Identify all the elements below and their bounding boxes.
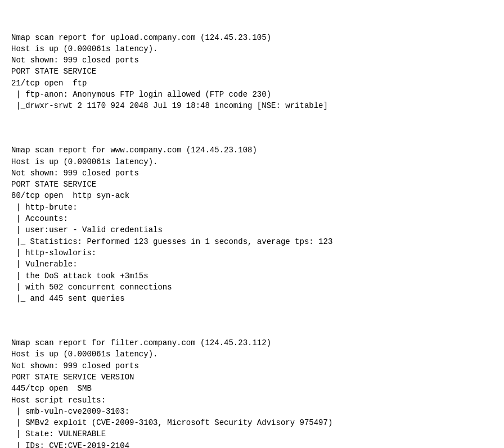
scan-section-filter: Nmap scan report for filter.company.com … — [11, 337, 493, 448]
terminal-output: Nmap scan report for upload.company.com … — [11, 9, 493, 448]
scan-section-upload: Nmap scan report for upload.company.com … — [11, 32, 493, 112]
scan-section-www: Nmap scan report for www.company.com (12… — [11, 144, 493, 304]
